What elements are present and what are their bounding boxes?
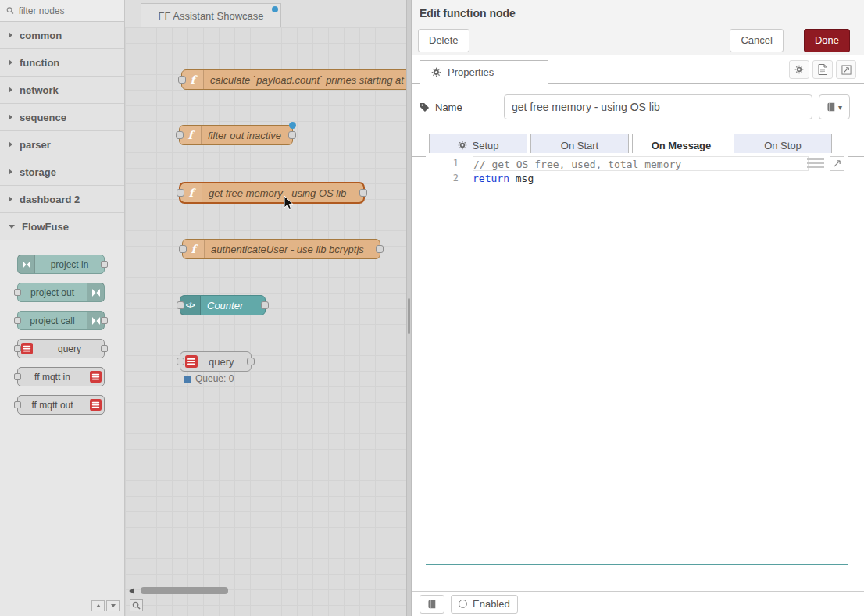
chevron-right-icon (9, 59, 12, 66)
palette-node-label: query (35, 344, 104, 354)
palette-node-ff-mqtt-in[interactable]: ff mqtt in (17, 367, 105, 386)
name-label-group: Name (420, 101, 498, 113)
flow-workspace[interactable]: FF Assistant Showcase f calculate `paylo… (125, 0, 406, 616)
palette-search-input[interactable] (19, 5, 118, 16)
output-port[interactable] (376, 245, 384, 253)
input-port[interactable] (177, 301, 184, 309)
chevron-up-icon (96, 604, 101, 607)
library-export-button[interactable] (420, 595, 444, 614)
tray-icon-buttons (789, 60, 856, 79)
output-port[interactable] (261, 301, 269, 309)
palette-category-flowfuse[interactable]: FlowFuse (0, 213, 124, 240)
library-button[interactable]: ▾ (819, 94, 850, 119)
horizontal-scrollbar[interactable] (141, 587, 228, 594)
flow-node-function-filter-out-inactive[interactable]: f filter out inactive (179, 125, 293, 145)
tray-title: Edit function node (420, 7, 516, 20)
code-text: msg (509, 173, 534, 184)
input-port[interactable] (178, 76, 186, 84)
name-form-row: Name ▾ (412, 84, 864, 126)
category-label: storage (20, 166, 56, 178)
delete-button[interactable]: Delete (418, 29, 469, 52)
code-line[interactable]: 2 return msg (426, 171, 848, 186)
enabled-toggle-button[interactable]: Enabled (451, 595, 518, 614)
expand-tray-button[interactable] (836, 60, 856, 79)
input-port[interactable] (176, 131, 184, 139)
palette-expand-all-button[interactable] (106, 600, 120, 611)
flow-node-template-counter[interactable]: </> Counter (180, 295, 266, 315)
palette-node-project-call[interactable]: project call (17, 311, 105, 330)
code-comment: // get OS free, used, total memory (473, 158, 681, 170)
input-port[interactable] (14, 373, 21, 380)
input-port[interactable] (177, 189, 184, 197)
chevron-right-icon (9, 141, 12, 148)
done-button[interactable]: Done (804, 29, 850, 52)
output-port[interactable] (101, 261, 108, 268)
node-description-button[interactable] (812, 60, 833, 79)
flow-node-function-get-free-memory[interactable]: f get free memory - using OS lib (180, 183, 364, 203)
tray-header: Edit function node (412, 0, 864, 26)
tab-properties[interactable]: Properties (420, 60, 548, 84)
tab-label: On Message (652, 140, 712, 151)
palette-category-dashboard2[interactable]: dashboard 2 (0, 186, 124, 213)
palette-node-query[interactable]: query (17, 339, 105, 358)
code-line[interactable]: 1 // get OS free, used, total memory (426, 156, 848, 171)
resize-grip[interactable] (408, 298, 410, 334)
chevron-right-icon (9, 169, 12, 175)
node-settings-button[interactable] (789, 60, 809, 79)
input-port[interactable] (14, 401, 21, 408)
palette-category-function[interactable]: function (0, 49, 124, 77)
magnifier-icon (132, 601, 141, 610)
search-icon (6, 6, 14, 15)
palette-category-parser[interactable]: parser (0, 131, 124, 158)
zoom-search-button[interactable] (130, 599, 143, 611)
workspace-tab[interactable]: FF Assistant Showcase (141, 3, 281, 27)
tag-icon (420, 102, 430, 112)
node-name-input[interactable] (504, 94, 812, 119)
category-label: function (20, 57, 59, 69)
expand-editor-button[interactable] (830, 156, 844, 171)
palette-node-project-in[interactable]: project in (17, 255, 105, 274)
input-port[interactable] (179, 245, 187, 253)
line-number: 2 (426, 171, 473, 186)
properties-tab-bar: Properties (412, 60, 864, 84)
palette-node-project-out[interactable]: project out (17, 283, 105, 302)
palette-category-sequence[interactable]: sequence (0, 104, 124, 131)
line-number: 1 (426, 156, 473, 171)
palette-category-storage[interactable]: storage (0, 158, 124, 186)
expand-arrow-icon (833, 159, 841, 168)
canvas-grid[interactable] (125, 27, 406, 616)
output-port[interactable] (288, 131, 296, 139)
status-dot (184, 376, 191, 383)
palette-search[interactable] (0, 0, 124, 22)
palette-category-network[interactable]: network (0, 77, 124, 104)
category-label: network (20, 84, 59, 96)
edit-node-tray: Edit function node Delete Cancel Done Pr… (412, 0, 864, 616)
output-port[interactable] (101, 345, 108, 352)
input-port[interactable] (14, 289, 21, 296)
tab-label: On Stop (764, 140, 802, 151)
flow-node-query[interactable]: query (180, 351, 252, 372)
palette-category-common[interactable]: common (0, 22, 124, 49)
flow-node-function-calculate-primes[interactable]: f calculate `payload.count` primes start… (181, 69, 406, 90)
output-port[interactable] (101, 317, 108, 324)
scroll-left-arrow[interactable] (129, 588, 134, 594)
editor-minimap[interactable] (807, 158, 824, 169)
input-port[interactable] (14, 345, 21, 352)
cancel-button[interactable]: Cancel (730, 29, 783, 52)
output-port[interactable] (359, 189, 367, 197)
node-label: Counter (201, 300, 251, 312)
output-port[interactable] (247, 358, 255, 365)
node-label: get free memory - using OS lib (202, 187, 354, 199)
palette-node-ff-mqtt-out[interactable]: ff mqtt out (17, 395, 105, 415)
input-port[interactable] (177, 358, 184, 365)
node-label: calculate `payload.count` primes startin… (204, 74, 406, 86)
flow-node-function-authenticate-user[interactable]: f authenticateUser - use lib bcryptjs (182, 239, 380, 259)
sidebar-resize-handle[interactable] (406, 0, 412, 616)
enabled-circle-icon (459, 600, 467, 608)
code-editor[interactable]: 1 // get OS free, used, total memory 2 r… (426, 153, 848, 565)
category-label: parser (20, 139, 51, 151)
palette-collapse-all-button[interactable] (91, 600, 105, 611)
input-port[interactable] (14, 317, 21, 324)
category-label: sequence (20, 112, 66, 123)
gear-icon (794, 65, 804, 74)
